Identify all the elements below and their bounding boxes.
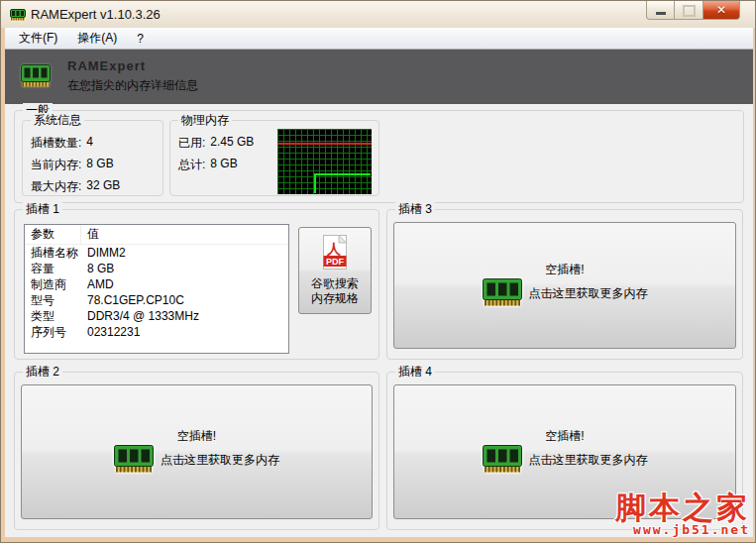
pdf-icon: 人 PDF bbox=[321, 235, 349, 272]
slot3-group: 插槽 3 空插槽! 点击这里获取更多内存 bbox=[386, 209, 743, 360]
used-memory-label: 已用: bbox=[178, 135, 205, 152]
slot4-empty-button[interactable]: 空插槽! 点击这里获取更多内存 bbox=[393, 384, 736, 519]
current-memory-value: 8 GB bbox=[86, 157, 113, 173]
used-memory-value: 2.45 GB bbox=[210, 135, 254, 152]
max-memory-row: 最大内存: 32 GB bbox=[31, 178, 120, 195]
pdf-label-line1: 谷歌搜索 bbox=[311, 276, 359, 291]
slot4-label: 插槽 4 bbox=[395, 365, 435, 380]
slot1-detail-table: 参数 值 插槽名称 DIMM2 容量 8 GB 制造商 AMD 型号 78.C1… bbox=[24, 224, 289, 354]
close-icon: ✕ bbox=[716, 3, 726, 17]
slot4-group: 插槽 4 空插槽! 点击这里获取更多内存 bbox=[386, 372, 743, 530]
empty-slot-subtitle: 点击这里获取更多内存 bbox=[529, 285, 648, 302]
max-memory-label: 最大内存: bbox=[31, 178, 81, 195]
empty-slot-subtitle: 点击这里获取更多内存 bbox=[161, 452, 279, 469]
total-memory-label: 总计: bbox=[178, 157, 205, 173]
app-ram-icon bbox=[10, 9, 26, 24]
pdf-button-label: 谷歌搜索 内存规格 bbox=[311, 276, 359, 306]
physical-memory-group: 物理内存 已用: 2.45 GB 总计: 8 GB bbox=[169, 120, 379, 196]
slot1-label: 插槽 1 bbox=[23, 202, 62, 217]
table-row[interactable]: 容量 8 GB bbox=[25, 261, 288, 276]
minimize-icon bbox=[656, 12, 666, 15]
maximize-icon bbox=[683, 5, 696, 17]
menu-action[interactable]: 操作(A) bbox=[67, 27, 127, 50]
row-value: 8 GB bbox=[81, 262, 114, 275]
ram-icon bbox=[483, 278, 522, 309]
table-header-row: 参数 值 bbox=[25, 225, 288, 245]
value-column-header[interactable]: 值 bbox=[81, 226, 99, 243]
current-memory-row: 当前内存: 8 GB bbox=[31, 157, 120, 173]
app-name: RAMExpert bbox=[67, 58, 146, 73]
row-label: 容量 bbox=[25, 261, 81, 277]
row-label: 型号 bbox=[25, 292, 81, 309]
used-memory-line bbox=[277, 129, 372, 194]
table-row[interactable]: 型号 78.C1GEP.CP10C bbox=[25, 292, 288, 308]
slot1-group: 插槽 1 参数 值 插槽名称 DIMM2 容量 8 GB 制造商 AMD 型号 … bbox=[14, 209, 379, 360]
slot2-empty-button[interactable]: 空插槽! 点击这里获取更多内存 bbox=[21, 384, 373, 519]
row-label: 插槽名称 bbox=[25, 245, 81, 262]
row-value: 78.C1GEP.CP10C bbox=[81, 293, 184, 307]
empty-slot-title: 空插槽! bbox=[177, 429, 216, 444]
system-info-rows: 插槽数量: 4 当前内存: 8 GB 最大内存: 32 GB bbox=[31, 135, 120, 195]
total-memory-row: 总计: 8 GB bbox=[178, 157, 254, 173]
google-search-specs-button[interactable]: 人 PDF 谷歌搜索 内存规格 bbox=[298, 227, 372, 314]
ramexpert-window: RAMExpert v1.10.3.26 ✕ 文件(F) 操作(A) ? RAM… bbox=[0, 0, 756, 543]
empty-slot-row: 点击这里获取更多内存 bbox=[483, 445, 648, 476]
row-label: 序列号 bbox=[25, 324, 81, 341]
row-label: 类型 bbox=[25, 308, 81, 325]
system-info-label: 系统信息 bbox=[31, 113, 84, 128]
ram-icon bbox=[21, 64, 51, 90]
close-button[interactable]: ✕ bbox=[703, 1, 740, 20]
ram-icon bbox=[114, 445, 154, 476]
empty-slot-row: 点击这里获取更多内存 bbox=[483, 278, 648, 309]
empty-slot-title: 空插槽! bbox=[545, 263, 584, 277]
empty-slot-row: 点击这里获取更多内存 bbox=[114, 445, 279, 476]
menu-help[interactable]: ? bbox=[127, 29, 154, 49]
empty-slot-title: 空插槽! bbox=[545, 429, 584, 444]
total-memory-value: 8 GB bbox=[210, 157, 237, 173]
window-controls: ✕ bbox=[646, 1, 740, 20]
system-info-group: 系统信息 插槽数量: 4 当前内存: 8 GB 最大内存: 32 GB bbox=[22, 120, 163, 196]
row-label: 制造商 bbox=[25, 276, 81, 293]
slot-count-label: 插槽数量: bbox=[31, 135, 81, 152]
slot3-label: 插槽 3 bbox=[395, 202, 435, 217]
memory-usage-graph bbox=[277, 129, 372, 194]
param-column-header[interactable]: 参数 bbox=[25, 225, 81, 244]
table-row[interactable]: 序列号 02312231 bbox=[25, 324, 288, 340]
slot-count-value: 4 bbox=[86, 135, 93, 152]
app-header: RAMExpert 在您指尖的内存详细信息 bbox=[5, 50, 753, 104]
empty-slot-subtitle: 点击这里获取更多内存 bbox=[529, 452, 648, 469]
ram-icon bbox=[483, 445, 522, 476]
slot2-group: 插槽 2 空插槽! 点击这里获取更多内存 bbox=[14, 372, 379, 530]
table-row[interactable]: 插槽名称 DIMM2 bbox=[25, 245, 288, 261]
physical-memory-rows: 已用: 2.45 GB 总计: 8 GB bbox=[178, 135, 254, 173]
row-value: DIMM2 bbox=[81, 246, 126, 260]
app-tagline: 在您指尖的内存详细信息 bbox=[67, 77, 198, 94]
menu-file[interactable]: 文件(F) bbox=[9, 27, 67, 50]
table-row[interactable]: 制造商 AMD bbox=[25, 276, 288, 292]
window-title: RAMExpert v1.10.3.26 bbox=[31, 7, 161, 22]
menu-bar: 文件(F) 操作(A) ? bbox=[5, 28, 753, 50]
row-value: DDR3/4 @ 1333MHz bbox=[81, 309, 199, 323]
svg-text:人: 人 bbox=[326, 241, 342, 257]
pdf-label-line2: 内存规格 bbox=[311, 291, 359, 306]
row-value: 02312231 bbox=[81, 325, 140, 339]
slot-count-row: 插槽数量: 4 bbox=[31, 135, 120, 152]
physical-memory-label: 物理内存 bbox=[178, 113, 232, 128]
pdf-icon-text: PDF bbox=[326, 257, 345, 267]
title-bar[interactable]: RAMExpert v1.10.3.26 ✕ bbox=[1, 1, 755, 28]
used-memory-row: 已用: 2.45 GB bbox=[178, 135, 254, 152]
minimize-button[interactable] bbox=[646, 1, 675, 20]
current-memory-label: 当前内存: bbox=[31, 157, 81, 173]
slot3-empty-button[interactable]: 空插槽! 点击这里获取更多内存 bbox=[393, 222, 736, 349]
table-row[interactable]: 类型 DDR3/4 @ 1333MHz bbox=[25, 308, 288, 324]
maximize-button[interactable] bbox=[675, 1, 703, 20]
row-value: AMD bbox=[81, 277, 114, 291]
slot2-label: 插槽 2 bbox=[23, 365, 62, 380]
max-memory-value: 32 GB bbox=[86, 178, 120, 195]
